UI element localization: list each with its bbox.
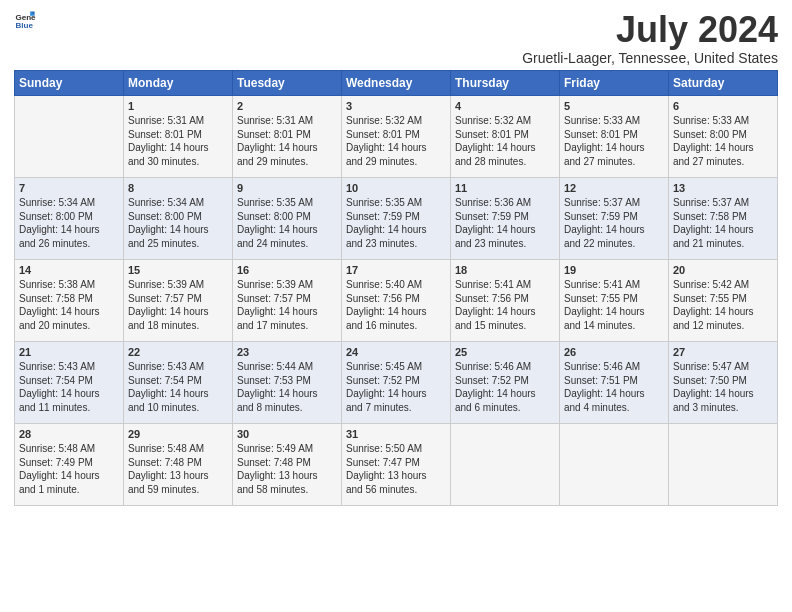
calendar-week-1: 1Sunrise: 5:31 AMSunset: 8:01 PMDaylight… xyxy=(15,95,778,177)
day-info: Daylight: 14 hours xyxy=(673,141,773,155)
day-info: Sunset: 7:48 PM xyxy=(128,456,228,470)
day-info: Sunrise: 5:32 AM xyxy=(346,114,446,128)
day-info: Sunrise: 5:43 AM xyxy=(128,360,228,374)
table-row: 17Sunrise: 5:40 AMSunset: 7:56 PMDayligh… xyxy=(342,259,451,341)
day-number: 28 xyxy=(19,427,119,442)
logo-icon: General Blue xyxy=(14,10,36,32)
day-info: Sunrise: 5:40 AM xyxy=(346,278,446,292)
day-info: Sunset: 7:56 PM xyxy=(455,292,555,306)
day-info: Sunrise: 5:37 AM xyxy=(673,196,773,210)
day-info: Sunrise: 5:50 AM xyxy=(346,442,446,456)
calendar-week-2: 7Sunrise: 5:34 AMSunset: 8:00 PMDaylight… xyxy=(15,177,778,259)
day-info: Sunrise: 5:49 AM xyxy=(237,442,337,456)
day-number: 19 xyxy=(564,263,664,278)
day-info: and 26 minutes. xyxy=(19,237,119,251)
day-number: 2 xyxy=(237,99,337,114)
day-number: 22 xyxy=(128,345,228,360)
day-info: and 17 minutes. xyxy=(237,319,337,333)
table-row: 31Sunrise: 5:50 AMSunset: 7:47 PMDayligh… xyxy=(342,423,451,505)
day-info: Sunrise: 5:37 AM xyxy=(564,196,664,210)
header-saturday: Saturday xyxy=(669,70,778,95)
day-info: Sunrise: 5:44 AM xyxy=(237,360,337,374)
day-info: Daylight: 14 hours xyxy=(564,305,664,319)
table-row: 29Sunrise: 5:48 AMSunset: 7:48 PMDayligh… xyxy=(124,423,233,505)
logo: General Blue xyxy=(14,10,36,32)
day-info: Sunset: 7:54 PM xyxy=(19,374,119,388)
day-info: Sunset: 7:47 PM xyxy=(346,456,446,470)
day-info: Sunrise: 5:48 AM xyxy=(128,442,228,456)
day-info: Sunrise: 5:34 AM xyxy=(19,196,119,210)
day-number: 20 xyxy=(673,263,773,278)
day-info: Daylight: 14 hours xyxy=(455,223,555,237)
day-info: Daylight: 14 hours xyxy=(19,223,119,237)
table-row: 25Sunrise: 5:46 AMSunset: 7:52 PMDayligh… xyxy=(451,341,560,423)
day-info: Sunset: 7:52 PM xyxy=(455,374,555,388)
day-info: and 7 minutes. xyxy=(346,401,446,415)
day-info: and 27 minutes. xyxy=(564,155,664,169)
day-number: 15 xyxy=(128,263,228,278)
day-info: Sunrise: 5:46 AM xyxy=(455,360,555,374)
day-info: Daylight: 14 hours xyxy=(673,305,773,319)
day-number: 6 xyxy=(673,99,773,114)
table-row: 10Sunrise: 5:35 AMSunset: 7:59 PMDayligh… xyxy=(342,177,451,259)
table-row: 6Sunrise: 5:33 AMSunset: 8:00 PMDaylight… xyxy=(669,95,778,177)
day-number: 11 xyxy=(455,181,555,196)
table-row: 30Sunrise: 5:49 AMSunset: 7:48 PMDayligh… xyxy=(233,423,342,505)
day-number: 14 xyxy=(19,263,119,278)
day-info: Sunset: 7:48 PM xyxy=(237,456,337,470)
day-info: and 25 minutes. xyxy=(128,237,228,251)
day-info: and 23 minutes. xyxy=(346,237,446,251)
day-info: Sunrise: 5:39 AM xyxy=(128,278,228,292)
day-info: Sunset: 7:53 PM xyxy=(237,374,337,388)
day-info: and 15 minutes. xyxy=(455,319,555,333)
day-number: 29 xyxy=(128,427,228,442)
day-info: Sunset: 7:59 PM xyxy=(346,210,446,224)
day-info: Sunset: 8:00 PM xyxy=(19,210,119,224)
table-row: 1Sunrise: 5:31 AMSunset: 8:01 PMDaylight… xyxy=(124,95,233,177)
table-row xyxy=(669,423,778,505)
day-info: Sunset: 8:00 PM xyxy=(128,210,228,224)
day-info: and 27 minutes. xyxy=(673,155,773,169)
subtitle: Gruetli-Laager, Tennessee, United States xyxy=(522,50,778,66)
day-info: Sunrise: 5:39 AM xyxy=(237,278,337,292)
table-row: 5Sunrise: 5:33 AMSunset: 8:01 PMDaylight… xyxy=(560,95,669,177)
day-info: Sunrise: 5:43 AM xyxy=(19,360,119,374)
day-info: Sunrise: 5:33 AM xyxy=(564,114,664,128)
day-info: Sunrise: 5:32 AM xyxy=(455,114,555,128)
day-info: Daylight: 14 hours xyxy=(346,141,446,155)
table-row: 13Sunrise: 5:37 AMSunset: 7:58 PMDayligh… xyxy=(669,177,778,259)
day-info: and 21 minutes. xyxy=(673,237,773,251)
day-info: and 12 minutes. xyxy=(673,319,773,333)
day-info: Sunset: 7:58 PM xyxy=(19,292,119,306)
day-number: 21 xyxy=(19,345,119,360)
day-info: Daylight: 14 hours xyxy=(455,141,555,155)
day-info: and 3 minutes. xyxy=(673,401,773,415)
day-info: Sunset: 8:01 PM xyxy=(128,128,228,142)
table-row: 24Sunrise: 5:45 AMSunset: 7:52 PMDayligh… xyxy=(342,341,451,423)
table-row: 28Sunrise: 5:48 AMSunset: 7:49 PMDayligh… xyxy=(15,423,124,505)
day-info: Sunrise: 5:33 AM xyxy=(673,114,773,128)
title-block: July 2024 Gruetli-Laager, Tennessee, Uni… xyxy=(522,10,778,66)
day-info: Sunset: 7:57 PM xyxy=(237,292,337,306)
day-info: and 8 minutes. xyxy=(237,401,337,415)
day-info: and 16 minutes. xyxy=(346,319,446,333)
day-number: 7 xyxy=(19,181,119,196)
day-info: Sunrise: 5:31 AM xyxy=(128,114,228,128)
day-info: Sunset: 7:50 PM xyxy=(673,374,773,388)
day-info: Sunrise: 5:42 AM xyxy=(673,278,773,292)
day-info: and 59 minutes. xyxy=(128,483,228,497)
day-info: Daylight: 14 hours xyxy=(346,387,446,401)
day-info: Sunset: 7:59 PM xyxy=(564,210,664,224)
day-info: Daylight: 13 hours xyxy=(128,469,228,483)
main-title: July 2024 xyxy=(522,10,778,50)
day-info: Sunrise: 5:34 AM xyxy=(128,196,228,210)
day-info: Sunset: 7:57 PM xyxy=(128,292,228,306)
table-row xyxy=(15,95,124,177)
day-info: Sunset: 8:01 PM xyxy=(346,128,446,142)
day-info: Daylight: 14 hours xyxy=(128,141,228,155)
calendar-week-5: 28Sunrise: 5:48 AMSunset: 7:49 PMDayligh… xyxy=(15,423,778,505)
day-info: Sunset: 7:54 PM xyxy=(128,374,228,388)
day-info: and 24 minutes. xyxy=(237,237,337,251)
header-tuesday: Tuesday xyxy=(233,70,342,95)
day-info: Sunset: 7:56 PM xyxy=(346,292,446,306)
